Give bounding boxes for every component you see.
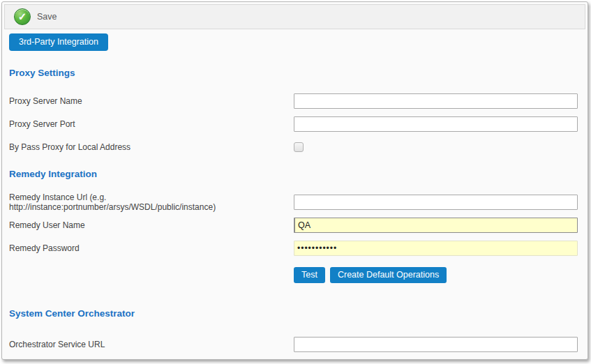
form-row: Remedy Instance Url (e.g. http://instanc… [9, 195, 578, 210]
form-row: Remedy User Name [9, 218, 578, 233]
check-circle-icon: ✓ [14, 8, 31, 25]
create-default-operations-button[interactable]: Create Default Operations [330, 267, 447, 283]
remedy-instance-url-label: Remedy Instance Url (e.g. http://instanc… [9, 192, 294, 212]
settings-form: Proxy Settings Proxy Server Name Proxy S… [2, 68, 588, 352]
proxy-server-name-label: Proxy Server Name [9, 96, 294, 106]
form-row: Proxy Server Name [9, 93, 578, 109]
remedy-actions: Test Create Default Operations [294, 267, 578, 283]
bypass-proxy-checkbox[interactable] [294, 142, 304, 152]
form-row: Proxy Server Port [9, 116, 578, 132]
remedy-user-name-label: Remedy User Name [9, 220, 294, 230]
remedy-password-input[interactable] [294, 241, 578, 256]
form-row: By Pass Proxy for Local Address [9, 139, 578, 155]
settings-window: ✓ Save 3rd-Party Integration Proxy Setti… [1, 1, 588, 360]
save-button[interactable]: ✓ Save [14, 8, 57, 25]
orchestrator-service-url-input[interactable] [294, 337, 578, 352]
proxy-server-port-label: Proxy Server Port [9, 119, 294, 129]
remedy-password-label: Remedy Password [9, 243, 294, 253]
remedy-user-name-input[interactable] [294, 218, 578, 233]
test-button[interactable]: Test [294, 267, 325, 283]
tab-3rd-party-integration[interactable]: 3rd-Party Integration [9, 33, 108, 51]
section-title-remedy-integration: Remedy Integration [9, 169, 578, 180]
save-button-label: Save [37, 12, 57, 22]
remedy-instance-url-input[interactable] [294, 195, 578, 210]
toolbar: ✓ Save [4, 4, 585, 29]
form-row: Remedy Password [9, 241, 578, 256]
orchestrator-service-url-label: Orchestrator Service URL [9, 340, 294, 349]
form-row: Orchestrator Service URL [9, 337, 578, 352]
section-title-system-center-orchestrator: System Center Orchestrator [9, 308, 578, 319]
proxy-server-name-input[interactable] [294, 93, 578, 109]
section-title-proxy-settings: Proxy Settings [9, 68, 578, 79]
proxy-server-port-input[interactable] [294, 116, 578, 132]
bypass-proxy-label: By Pass Proxy for Local Address [9, 142, 294, 152]
